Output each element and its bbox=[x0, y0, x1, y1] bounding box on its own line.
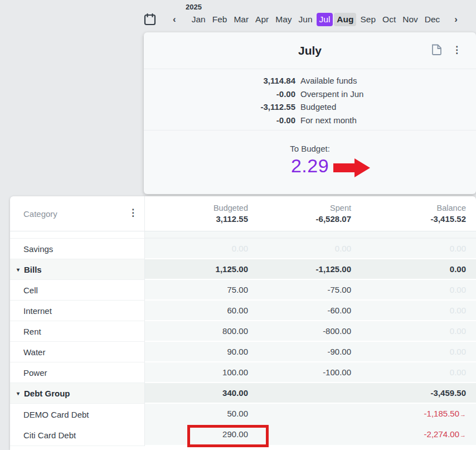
category-header-label: Category bbox=[23, 209, 57, 219]
summary-label: Overspent in Jun bbox=[295, 88, 363, 101]
category-cell[interactable]: ▾Bills bbox=[10, 259, 145, 280]
table-row: Savings0.000.000.00 bbox=[10, 239, 476, 259]
category-menu-icon[interactable]: ⋮ bbox=[128, 207, 138, 219]
balance-cell[interactable]: -3,459.50 bbox=[356, 383, 476, 404]
budgeted-cell[interactable]: 1,125.00 bbox=[145, 259, 252, 280]
budgeted-header: Budgeted 3,112.55 bbox=[145, 196, 252, 231]
category-cell[interactable]: Water bbox=[10, 342, 145, 362]
summary-row: -0.00For next month bbox=[144, 114, 476, 127]
month-sep[interactable]: Sep bbox=[357, 13, 378, 26]
budgeted-cell[interactable]: 340.00 bbox=[145, 383, 252, 404]
balance-cell[interactable]: 0.00 bbox=[356, 342, 476, 362]
spent-cell[interactable]: -60.00 bbox=[252, 301, 356, 321]
spent-cell[interactable]: -90.00 bbox=[252, 342, 356, 362]
month-feb[interactable]: Feb bbox=[210, 13, 230, 26]
balance-cell[interactable]: 0.00 bbox=[356, 239, 476, 259]
spent-cell[interactable]: -800.00 bbox=[252, 321, 356, 342]
spent-cell[interactable]: 0.00 bbox=[252, 239, 356, 259]
to-budget-value[interactable]: 2.29 bbox=[144, 155, 476, 177]
budgeted-cell[interactable]: 60.00 bbox=[145, 301, 252, 321]
summary-row: -3,112.55Budgeted bbox=[144, 100, 476, 114]
month-apr[interactable]: Apr bbox=[252, 13, 271, 26]
spent-cell[interactable] bbox=[252, 404, 356, 425]
category-name: DEMO Card Debt bbox=[23, 410, 89, 419]
table-row: Power100.00-100.000.00 bbox=[10, 362, 476, 383]
note-icon[interactable] bbox=[431, 44, 442, 56]
budgeted-cell[interactable]: 0.00 bbox=[145, 239, 252, 259]
balance-cell[interactable]: -2,274.00→ bbox=[356, 424, 476, 446]
table-row: ▾Bills1,125.00-1,125.000.00 bbox=[10, 259, 476, 280]
month-jun[interactable]: Jun bbox=[296, 13, 315, 26]
summary-row: -0.00Overspent in Jun bbox=[144, 88, 476, 101]
calendar-icon[interactable] bbox=[144, 13, 156, 26]
month-may[interactable]: May bbox=[273, 13, 294, 26]
table-row: Citi Card Debt290.00-2,274.00→ bbox=[10, 424, 476, 445]
category-cell[interactable]: Internet bbox=[10, 301, 145, 321]
budgeted-header-label: Budgeted bbox=[145, 203, 248, 214]
spent-cell[interactable]: -1,125.00 bbox=[252, 259, 356, 280]
budgeted-cell[interactable]: 800.00 bbox=[145, 321, 252, 342]
table-header: Category ⋮ Budgeted 3,112.55 Spent -6,52… bbox=[10, 196, 476, 231]
year-label: 2025 bbox=[186, 3, 202, 11]
category-name: Rent bbox=[23, 327, 41, 336]
category-name: Cell bbox=[23, 286, 38, 295]
balance-cell[interactable]: 0.00 bbox=[356, 259, 476, 280]
to-budget-label: To Budget: bbox=[144, 144, 476, 153]
table-rows: Savings0.000.000.00▾Bills1,125.00-1,125.… bbox=[10, 231, 476, 445]
month-oct[interactable]: Oct bbox=[380, 13, 399, 26]
budgeted-cell[interactable]: 100.00 bbox=[145, 362, 252, 383]
balance-total: -3,415.52 bbox=[356, 214, 466, 224]
summary-amount: -3,112.55 bbox=[144, 100, 295, 114]
category-cell[interactable]: Power bbox=[10, 362, 145, 383]
to-budget-section: To Budget: 2.29 bbox=[144, 130, 476, 177]
category-cell[interactable]: Rent bbox=[10, 321, 145, 342]
balance-cell[interactable]: 0.00 bbox=[356, 321, 476, 342]
funds-summary: 3,114.84Available funds-0.00Overspent in… bbox=[144, 69, 476, 130]
month-title: July bbox=[298, 44, 322, 57]
summary-label: For next month bbox=[295, 114, 357, 127]
category-cell[interactable]: Cell bbox=[10, 280, 145, 301]
category-name: Bills bbox=[24, 265, 42, 274]
spent-cell[interactable]: -100.00 bbox=[252, 362, 356, 383]
budget-table: Category ⋮ Budgeted 3,112.55 Spent -6,52… bbox=[10, 196, 476, 450]
budgeted-total: 3,112.55 bbox=[145, 214, 248, 224]
collapse-triangle-icon[interactable]: ▾ bbox=[17, 390, 20, 396]
balance-cell[interactable]: -1,185.50→ bbox=[356, 404, 476, 425]
balance-cell[interactable]: 0.00 bbox=[356, 301, 476, 321]
budgeted-cell[interactable]: 75.00 bbox=[145, 280, 252, 301]
month-list: JanFebMarAprMayJunJulAugSepOctNovDec bbox=[188, 13, 444, 26]
category-cell[interactable]: Savings bbox=[10, 239, 145, 259]
carryover-arrow-icon: → bbox=[460, 411, 466, 418]
category-name: Citi Card Debt bbox=[23, 430, 76, 440]
prev-month-button[interactable]: ‹ bbox=[169, 13, 179, 26]
balance-cell[interactable]: 0.00 bbox=[356, 362, 476, 383]
table-row: Internet60.00-60.000.00 bbox=[10, 301, 476, 321]
category-cell[interactable]: Citi Card Debt bbox=[10, 424, 145, 446]
balance-cell[interactable]: 0.00 bbox=[356, 280, 476, 301]
summary-amount: -0.00 bbox=[144, 114, 295, 127]
category-header-cell: Category ⋮ bbox=[10, 196, 145, 231]
month-dec[interactable]: Dec bbox=[422, 13, 443, 26]
spent-cell[interactable] bbox=[252, 424, 356, 446]
category-cell[interactable]: ▾Debt Group bbox=[10, 383, 145, 404]
next-month-button[interactable]: › bbox=[451, 13, 461, 26]
spent-cell[interactable]: -75.00 bbox=[252, 280, 356, 301]
balance-header-label: Balance bbox=[356, 203, 466, 214]
month-jan[interactable]: Jan bbox=[189, 13, 208, 26]
table-row: DEMO Card Debt50.00-1,185.50→ bbox=[10, 404, 476, 424]
month-mar[interactable]: Mar bbox=[231, 13, 251, 26]
spent-cell[interactable] bbox=[252, 383, 356, 404]
category-name: Savings bbox=[23, 244, 53, 254]
category-name: Power bbox=[23, 368, 47, 378]
month-nov[interactable]: Nov bbox=[400, 13, 421, 26]
card-menu-icon[interactable]: ⋮ bbox=[452, 45, 462, 56]
budgeted-cell[interactable]: 290.00 bbox=[145, 424, 252, 446]
collapse-triangle-icon[interactable]: ▾ bbox=[17, 267, 20, 273]
month-jul[interactable]: Jul bbox=[317, 13, 333, 26]
month-summary-card: July ⋮ 3,114.84Available funds-0.00Overs… bbox=[144, 32, 476, 194]
budgeted-cell[interactable]: 50.00 bbox=[145, 404, 252, 425]
category-cell[interactable]: DEMO Card Debt bbox=[10, 404, 145, 425]
budgeted-cell[interactable]: 90.00 bbox=[145, 342, 252, 362]
month-aug[interactable]: Aug bbox=[334, 13, 356, 26]
card-header: July ⋮ bbox=[144, 32, 476, 69]
